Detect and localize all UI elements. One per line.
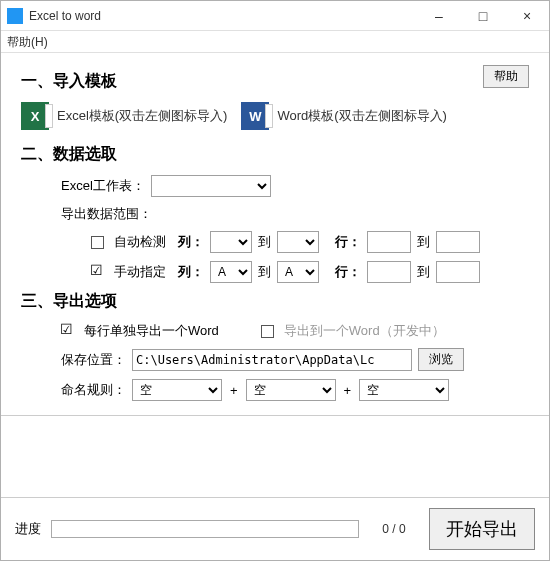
close-button[interactable]: × <box>505 1 549 31</box>
sheet-row: Excel工作表： <box>61 175 529 197</box>
auto-col-to[interactable] <box>277 231 319 253</box>
section1-title: 一、导入模板 <box>21 71 529 92</box>
progress-bar <box>51 520 359 538</box>
section2-title: 二、数据选取 <box>21 144 529 165</box>
range-label-row: 导出数据范围： <box>61 205 529 223</box>
save-path-input[interactable] <box>132 349 412 371</box>
separator <box>1 415 549 416</box>
auto-row-from[interactable] <box>367 231 411 253</box>
auto-row-to[interactable] <box>436 231 480 253</box>
plus-2: + <box>342 383 354 398</box>
menu-help[interactable]: 帮助(H) <box>7 35 48 49</box>
row-label-1: 行： <box>335 233 361 251</box>
manual-row: 手动指定 列： A 到 A 行： 到 <box>91 261 529 283</box>
manual-row-to[interactable] <box>436 261 480 283</box>
word-template-label: Word模板(双击左侧图标导入) <box>277 107 446 125</box>
single-word-checkbox <box>261 325 274 338</box>
auto-detect-checkbox[interactable] <box>91 236 104 249</box>
row-label-2: 行： <box>335 263 361 281</box>
naming-select-2[interactable]: 空 <box>246 379 336 401</box>
excel-icon[interactable]: X <box>21 102 49 130</box>
col-label-1: 列： <box>178 233 204 251</box>
title-bar: Excel to word – □ × <box>1 1 549 31</box>
to-label-2: 到 <box>417 233 430 251</box>
sheet-label: Excel工作表： <box>61 177 145 195</box>
manual-checkbox[interactable] <box>91 266 104 279</box>
save-path-label: 保存位置： <box>61 351 126 369</box>
help-button[interactable]: 帮助 <box>483 65 529 88</box>
plus-1: + <box>228 383 240 398</box>
manual-col-to[interactable]: A <box>277 261 319 283</box>
section3-title: 三、导出选项 <box>21 291 529 312</box>
excel-template-label: Excel模板(双击左侧图标导入) <box>57 107 227 125</box>
browse-button[interactable]: 浏览 <box>418 348 464 371</box>
range-label: 导出数据范围： <box>61 205 152 223</box>
app-icon <box>7 8 23 24</box>
content-area: 一、导入模板 帮助 X Excel模板(双击左侧图标导入) W Word模板(双… <box>1 53 549 497</box>
naming-select-3[interactable]: 空 <box>359 379 449 401</box>
to-label-3: 到 <box>258 263 271 281</box>
to-label-1: 到 <box>258 233 271 251</box>
template-row: X Excel模板(双击左侧图标导入) W Word模板(双击左侧图标导入) <box>21 102 529 130</box>
start-export-button[interactable]: 开始导出 <box>429 508 535 550</box>
manual-row-from[interactable] <box>367 261 411 283</box>
window-title: Excel to word <box>29 9 417 23</box>
auto-detect-row: 自动检测 列： 到 行： 到 <box>91 231 529 253</box>
col-label-2: 列： <box>178 263 204 281</box>
each-row-checkbox[interactable] <box>61 325 74 338</box>
manual-col-from[interactable]: A <box>210 261 252 283</box>
minimize-button[interactable]: – <box>417 1 461 31</box>
manual-label: 手动指定 <box>114 263 166 281</box>
word-icon[interactable]: W <box>241 102 269 130</box>
single-word-label: 导出到一个Word（开发中） <box>284 322 445 340</box>
auto-col-from[interactable] <box>210 231 252 253</box>
sheet-select[interactable] <box>151 175 271 197</box>
progress-label: 进度 <box>15 520 41 538</box>
naming-row: 命名规则： 空 + 空 + 空 <box>61 379 529 401</box>
export-mode-row: 每行单独导出一个Word 导出到一个Word（开发中） <box>61 322 529 340</box>
naming-label: 命名规则： <box>61 381 126 399</box>
naming-select-1[interactable]: 空 <box>132 379 222 401</box>
progress-text: 0 / 0 <box>369 522 419 536</box>
maximize-button[interactable]: □ <box>461 1 505 31</box>
to-label-4: 到 <box>417 263 430 281</box>
menu-bar: 帮助(H) <box>1 31 549 53</box>
auto-detect-label: 自动检测 <box>114 233 166 251</box>
each-row-label: 每行单独导出一个Word <box>84 322 219 340</box>
save-path-row: 保存位置： 浏览 <box>61 348 529 371</box>
bottom-bar: 进度 0 / 0 开始导出 <box>1 497 549 560</box>
